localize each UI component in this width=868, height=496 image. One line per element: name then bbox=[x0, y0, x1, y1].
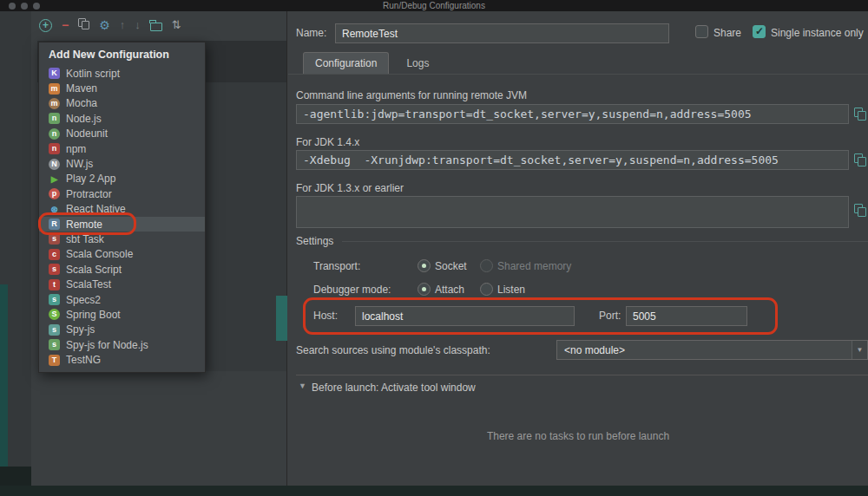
menu-item-testng[interactable]: TTestNG bbox=[39, 352, 205, 367]
debugger-listen-radio[interactable] bbox=[480, 283, 493, 296]
jdk13-line1: -Xnoagent -Djava.compiler=NONE -Xdebug bbox=[303, 227, 842, 228]
search-sources-label: Search sources using module's classpath: bbox=[296, 343, 490, 357]
menu-item-label: Play 2 App bbox=[66, 173, 115, 185]
menu-item-label: ScalaTest bbox=[66, 278, 111, 290]
spyjs-icon: s bbox=[49, 324, 60, 336]
collapse-triangle-icon[interactable]: ▼ bbox=[299, 382, 306, 390]
name-label: Name: bbox=[296, 26, 326, 40]
menu-item-mocha[interactable]: mMocha bbox=[39, 96, 205, 111]
menu-item-nodeunit[interactable]: nNodeunit bbox=[39, 127, 205, 141]
menu-item-scala-script[interactable]: sScala Script bbox=[39, 262, 205, 277]
debugger-attach-radio[interactable] bbox=[418, 283, 431, 296]
menu-item-nw-js[interactable]: NNW.js bbox=[39, 156, 205, 171]
module-classpath-select[interactable]: <no module> ▼ bbox=[556, 340, 868, 360]
close-window-icon[interactable] bbox=[9, 3, 16, 10]
maven-icon: m bbox=[49, 83, 60, 95]
tree-background-lower bbox=[206, 82, 286, 371]
single-instance-checkbox[interactable] bbox=[753, 25, 766, 38]
new-folder-icon[interactable] bbox=[150, 23, 162, 31]
minimize-window-icon[interactable] bbox=[21, 3, 28, 10]
menu-item-kotlin-script[interactable]: KKotlin script bbox=[39, 66, 205, 81]
transport-label: Transport: bbox=[313, 259, 360, 273]
copy-jvm-args-icon[interactable] bbox=[854, 108, 866, 120]
decoration-strip-left bbox=[0, 284, 8, 486]
menu-item-remote[interactable]: RRemote bbox=[39, 217, 205, 232]
titlebar: Run/Debug Configurations bbox=[0, 0, 868, 11]
menu-item-label: Nodeunit bbox=[66, 127, 108, 140]
jdk13-label: For JDK 1.3.x or earlier bbox=[296, 181, 404, 195]
add-configuration-icon[interactable]: + bbox=[39, 19, 52, 32]
menu-item-label: Spring Boot bbox=[66, 309, 121, 321]
popup-title: Add New Configuration bbox=[39, 42, 205, 66]
menu-item-scala-console[interactable]: cScala Console bbox=[39, 247, 205, 262]
menu-item-spring-boot[interactable]: SSpring Boot bbox=[39, 307, 205, 322]
copy-jdk13-icon[interactable] bbox=[854, 204, 866, 216]
before-launch-divider bbox=[296, 375, 868, 375]
nodeunit-icon: n bbox=[49, 128, 60, 140]
copy-configuration-icon[interactable] bbox=[78, 18, 89, 33]
share-checkbox[interactable] bbox=[695, 25, 708, 38]
jdk13-field[interactable]: -Xnoagent -Djava.compiler=NONE -Xdebug -… bbox=[296, 196, 849, 228]
remove-configuration-icon[interactable]: − bbox=[62, 18, 69, 32]
host-input[interactable] bbox=[355, 306, 575, 326]
menu-item-label: Spy-js for Node.js bbox=[66, 339, 148, 351]
copy-icon bbox=[78, 18, 89, 29]
spyjs-nodejs-icon: s bbox=[49, 339, 60, 350]
menu-item-label: Spy-js bbox=[66, 323, 95, 336]
window-title: Run/Debug Configurations bbox=[0, 0, 868, 11]
tab-bar: Configuration Logs bbox=[288, 51, 868, 75]
menu-item-label: npm bbox=[66, 143, 86, 155]
move-up-icon[interactable]: ↑ bbox=[120, 18, 126, 32]
scala-console-icon: c bbox=[49, 249, 60, 260]
menu-item-play-2-app[interactable]: ▶Play 2 App bbox=[39, 172, 205, 186]
menu-item-label: Maven bbox=[66, 82, 97, 95]
menu-item-label: Kotlin script bbox=[66, 68, 120, 80]
menu-item-label: Protractor bbox=[66, 188, 112, 200]
menu-item-label: React Native bbox=[66, 203, 126, 215]
menu-item-npm[interactable]: nnpm bbox=[39, 141, 205, 156]
jdk14-field[interactable]: -Xdebug -Xrunjdwp:transport=dt_socket,se… bbox=[296, 150, 849, 170]
menu-item-react-native[interactable]: ⊛React Native bbox=[39, 202, 205, 217]
menu-item-sbt-task[interactable]: ssbt Task bbox=[39, 232, 205, 246]
zoom-window-icon[interactable] bbox=[33, 3, 40, 10]
npm-icon: n bbox=[49, 143, 60, 154]
share-label: Share bbox=[713, 26, 741, 40]
menu-item-node-js[interactable]: nNode.js bbox=[39, 111, 205, 126]
react-native-icon: ⊛ bbox=[49, 204, 60, 215]
move-down-icon[interactable]: ↓ bbox=[135, 18, 141, 32]
debugger-attach-label: Attach bbox=[435, 283, 464, 297]
menu-item-label: TestNG bbox=[66, 354, 101, 366]
port-input[interactable] bbox=[626, 306, 747, 326]
jvm-args-field[interactable]: -agentlib:jdwp=transport=dt_socket,serve… bbox=[296, 104, 849, 124]
nwjs-icon: N bbox=[49, 159, 60, 170]
menu-item-scalatest[interactable]: tScalaTest bbox=[39, 277, 205, 291]
popup-item-list: KKotlin scriptmMavenmMochanNode.jsnNodeu… bbox=[39, 66, 205, 368]
settings-section-header: Settings bbox=[296, 235, 868, 247]
menu-item-specs2[interactable]: sSpecs2 bbox=[39, 292, 205, 307]
tab-logs[interactable]: Logs bbox=[394, 52, 441, 74]
kotlin-script-icon: K bbox=[49, 68, 60, 79]
menu-item-protractor[interactable]: pProtractor bbox=[39, 186, 205, 201]
mocha-icon: m bbox=[49, 98, 60, 109]
settings-label: Settings bbox=[296, 235, 333, 247]
transport-shared-memory-label: Shared memory bbox=[497, 259, 571, 273]
decoration-strip-mid bbox=[276, 296, 287, 341]
window-controls bbox=[9, 3, 40, 10]
menu-item-spy-js-for-node-js[interactable]: sSpy-js for Node.js bbox=[39, 337, 205, 352]
testng-icon: T bbox=[49, 355, 60, 366]
transport-shared-memory-radio bbox=[480, 259, 493, 272]
edit-defaults-gear-icon[interactable]: ⚙ bbox=[99, 18, 110, 32]
menu-item-spy-js[interactable]: sSpy-js bbox=[39, 323, 205, 337]
before-launch-label: Before launch: Activate tool window bbox=[312, 381, 476, 395]
jdk14-label: For JDK 1.4.x bbox=[296, 135, 359, 149]
name-input[interactable] bbox=[335, 23, 669, 43]
menu-item-maven[interactable]: mMaven bbox=[39, 81, 205, 95]
sort-configurations-icon[interactable]: ⇅ bbox=[172, 18, 181, 32]
specs2-icon: s bbox=[49, 294, 60, 305]
add-new-configuration-popup: Add New Configuration KKotlin scriptmMav… bbox=[38, 42, 206, 373]
scalatest-icon: t bbox=[49, 279, 60, 290]
menu-item-label: Mocha bbox=[66, 97, 97, 109]
copy-jdk14-icon[interactable] bbox=[854, 153, 866, 166]
transport-socket-radio[interactable] bbox=[418, 259, 431, 272]
tab-configuration[interactable]: Configuration bbox=[303, 52, 389, 74]
